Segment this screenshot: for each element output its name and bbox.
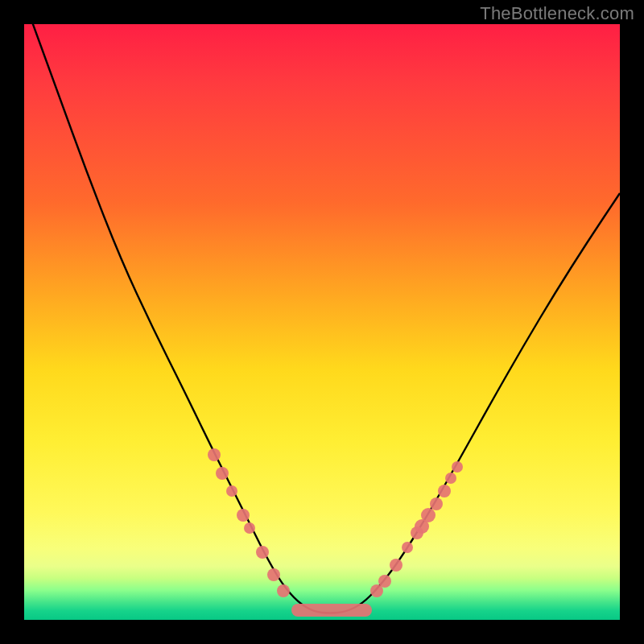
bottleneck-curve bbox=[24, 24, 620, 613]
data-marker bbox=[244, 522, 255, 534]
markers-left-cluster bbox=[208, 448, 290, 597]
data-marker bbox=[438, 485, 451, 497]
data-marker bbox=[216, 467, 229, 480]
chart-plot-area bbox=[24, 24, 620, 620]
data-marker bbox=[402, 542, 413, 553]
data-marker bbox=[445, 473, 456, 484]
chart-frame: TheBottleneck.com bbox=[0, 0, 644, 644]
data-marker bbox=[208, 448, 221, 461]
data-marker bbox=[226, 485, 237, 497]
data-marker bbox=[256, 546, 269, 559]
watermark-text: TheBottleneck.com bbox=[480, 3, 634, 24]
data-marker bbox=[267, 568, 280, 581]
data-marker bbox=[452, 461, 463, 473]
data-marker bbox=[430, 497, 443, 510]
data-marker bbox=[378, 575, 391, 588]
markers-right-cluster bbox=[370, 461, 463, 597]
data-marker bbox=[237, 509, 250, 522]
data-marker bbox=[277, 584, 290, 597]
chart-svg bbox=[24, 24, 620, 620]
data-marker bbox=[390, 559, 402, 572]
bottom-marker-band bbox=[291, 604, 372, 617]
data-marker bbox=[421, 508, 436, 522]
